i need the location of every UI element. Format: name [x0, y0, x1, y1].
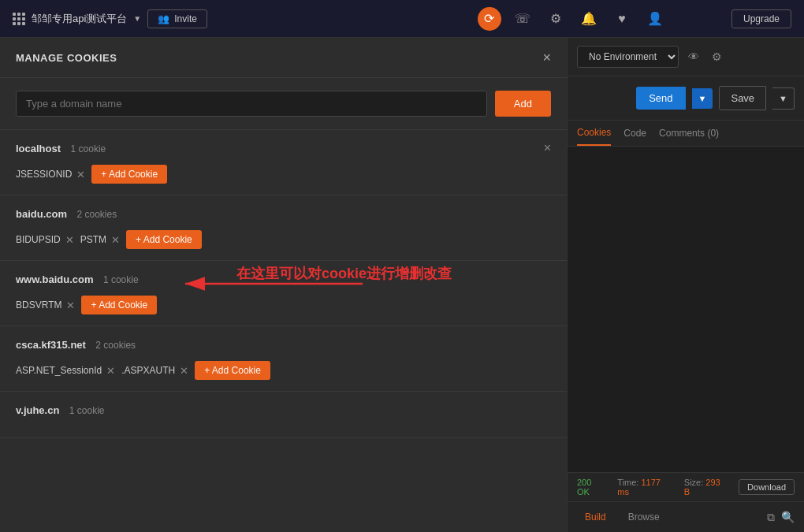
cookie-items-baidu: BIDUPSID ✕ PSTM ✕ + Add Cookie — [16, 230, 551, 249]
cookie-name-aspxauth: .ASPXAUTH — [121, 365, 175, 376]
domain-header-vjuhe: v.juhe.cn 1 cookie — [16, 403, 551, 417]
add-domain-button[interactable]: Add — [495, 91, 551, 117]
tab-cookies[interactable]: Cookies — [577, 127, 611, 146]
invite-icon: 👥 — [158, 13, 169, 24]
header-left: 邹邹专用api测试平台 ▼ 👥 Invite — [13, 9, 207, 28]
modal-close-button[interactable]: × — [542, 50, 551, 65]
user-icon-button[interactable]: 👤 — [643, 7, 667, 31]
send-dropdown-button[interactable]: ▼ — [692, 88, 713, 109]
cookie-delete-jsessionid[interactable]: ✕ — [76, 169, 85, 180]
bottom-icons: ⧉ 🔍 — [767, 511, 795, 524]
phone-icon-button[interactable]: ☏ — [511, 7, 534, 31]
add-cookie-www-baidu[interactable]: + Add Cookie — [81, 296, 157, 314]
domain-header-csca: csca.kf315.net 2 cookies — [16, 337, 551, 352]
cookie-tag-pstm: PSTM ✕ — [80, 234, 120, 246]
invite-button[interactable]: 👥 Invite — [147, 9, 207, 28]
add-cookie-baidu[interactable]: + Add Cookie — [126, 230, 202, 249]
domain-header-www-baidu: www.baidu.com 1 cookie — [16, 272, 551, 286]
domain-section-localhost: localhost 1 cookie × JSESSIONID ✕ + Add … — [0, 130, 567, 195]
environment-bar: No Environment 👁 ⚙ — [568, 38, 804, 76]
eye-icon-button[interactable]: 👁 — [685, 47, 702, 66]
add-cookie-localhost[interactable]: + Add Cookie — [91, 165, 167, 184]
domain-name-input[interactable] — [16, 91, 487, 117]
cookie-delete-aspxauth[interactable]: ✕ — [180, 365, 188, 377]
domain-close-localhost[interactable]: × — [544, 141, 551, 155]
domain-name-baidu: baidu.com — [16, 208, 67, 220]
status-time: Time: 1177 ms — [617, 478, 672, 497]
cookie-delete-aspnet[interactable]: ✕ — [106, 365, 115, 377]
cookie-items-www-baidu: BDSVRTM ✕ + Add Cookie — [16, 296, 551, 314]
cookie-count-baidu: 2 cookies — [76, 209, 117, 220]
heart-icon-button[interactable]: ♥ — [610, 7, 634, 31]
domain-name-www-baidu: www.baidu.com — [16, 273, 93, 285]
sync-button[interactable]: ⟳ — [478, 7, 501, 31]
status-code: 200 OK — [577, 478, 605, 497]
save-button[interactable]: Save — [719, 86, 766, 110]
domain-section-vjuhe: v.juhe.cn 1 cookie — [0, 392, 567, 438]
tab-code[interactable]: Code — [623, 128, 646, 145]
domain-section-csca: csca.kf315.net 2 cookies ASP.NET_Session… — [0, 326, 567, 392]
workspace-name: 邹邹专用api测试平台 — [32, 12, 127, 26]
bell-icon-button[interactable]: 🔔 — [577, 7, 601, 31]
domain-name-csca: csca.kf315.net — [16, 339, 86, 351]
grid-icon — [13, 13, 25, 25]
manage-cookies-modal: MANAGE COOKIES × Add localhost 1 cookie — [0, 38, 567, 532]
cookie-count-vjuhe: 1 cookie — [69, 405, 105, 416]
bottom-action-bar: Build Browse ⧉ 🔍 — [568, 501, 804, 532]
header-right: ⟳ ☏ ⚙ 🔔 ♥ 👤 Send Upgrade — [478, 7, 791, 31]
domain-info-localhost: localhost 1 cookie — [16, 141, 106, 155]
domain-header-localhost: localhost 1 cookie × — [16, 141, 551, 155]
cookie-list: localhost 1 cookie × JSESSIONID ✕ + Add … — [0, 130, 567, 532]
tab-browse[interactable]: Browse — [620, 508, 668, 526]
domain-header-baidu: baidu.com 2 cookies — [16, 206, 551, 221]
cookie-tag-jsessionid: JSESSIONID ✕ — [16, 169, 85, 180]
domain-info-csca: csca.kf315.net 2 cookies — [16, 337, 136, 352]
tab-build[interactable]: Build — [577, 508, 614, 526]
domain-section-www-baidu: www.baidu.com 1 cookie BDSVRTM ✕ + Add C… — [0, 261, 567, 326]
tab-comments[interactable]: Comments (0) — [659, 128, 719, 145]
cookie-delete-bdsvrtm[interactable]: ✕ — [66, 299, 75, 311]
cookie-items-localhost: JSESSIONID ✕ + Add Cookie — [16, 165, 551, 184]
cookie-count-csca: 2 cookies — [95, 340, 136, 351]
workspace-chevron[interactable]: ▼ — [133, 14, 141, 23]
cookie-delete-bidupsid[interactable]: ✕ — [65, 234, 74, 246]
modal-panel: MANAGE COOKIES × Add localhost 1 cookie — [0, 38, 568, 532]
main-layout: MANAGE COOKIES × Add localhost 1 cookie — [0, 38, 804, 532]
cookie-items-csca: ASP.NET_SessionId ✕ .ASPXAUTH ✕ + Add Co… — [16, 361, 551, 380]
upgrade-button[interactable]: Upgrade — [731, 9, 791, 28]
save-dropdown-button[interactable]: ▼ — [772, 87, 795, 110]
search-icon-button[interactable]: 🔍 — [781, 511, 795, 524]
download-button[interactable]: Download — [739, 479, 795, 495]
response-area — [568, 147, 804, 472]
domain-info-baidu: baidu.com 2 cookies — [16, 206, 117, 221]
response-tab-bar: Cookies Code Comments (0) — [568, 121, 804, 147]
cookie-name-aspnet: ASP.NET_SessionId — [16, 365, 102, 376]
cookie-tag-bidupsid: BIDUPSID ✕ — [16, 234, 74, 246]
settings-icon-button[interactable]: ⚙ — [544, 7, 568, 31]
cookie-name-jsessionid: JSESSIONID — [16, 169, 72, 180]
cookie-name-bidupsid: BIDUPSID — [16, 234, 61, 245]
cookie-tag-aspxauth: .ASPXAUTH ✕ — [121, 365, 188, 377]
modal-title: MANAGE COOKIES — [16, 52, 117, 64]
send-save-bar: Send ▼ Save ▼ — [568, 76, 804, 121]
send-button[interactable]: Send — [636, 87, 685, 110]
cookie-name-bdsvrtm: BDSVRTM — [16, 299, 61, 311]
cookie-tag-aspnet: ASP.NET_SessionId ✕ — [16, 365, 115, 377]
add-cookie-csca[interactable]: + Add Cookie — [195, 361, 270, 380]
settings-env-button[interactable]: ⚙ — [709, 47, 725, 66]
top-header: 邹邹专用api测试平台 ▼ 👥 Invite ⟳ ☏ ⚙ 🔔 ♥ 👤 Send … — [0, 0, 804, 38]
environment-select[interactable]: No Environment — [577, 46, 679, 68]
right-panel: No Environment 👁 ⚙ Send ▼ Save ▼ Cookies… — [568, 38, 804, 532]
cookie-count-www-baidu: 1 cookie — [103, 274, 139, 285]
copy-icon-button[interactable]: ⧉ — [767, 511, 775, 524]
modal-header: MANAGE COOKIES × — [0, 38, 567, 78]
status-size: Size: 293 B — [684, 478, 726, 497]
domain-name-vjuhe: v.juhe.cn — [16, 404, 59, 416]
cookie-name-pstm: PSTM — [80, 234, 106, 245]
domain-input-row: Add — [0, 78, 567, 130]
cookie-tag-bdsvrtm: BDSVRTM ✕ — [16, 299, 75, 311]
domain-section-baidu: baidu.com 2 cookies BIDUPSID ✕ PSTM ✕ — [0, 195, 567, 261]
domain-info-vjuhe: v.juhe.cn 1 cookie — [16, 403, 105, 417]
domain-info-www-baidu: www.baidu.com 1 cookie — [16, 272, 139, 286]
cookie-delete-pstm[interactable]: ✕ — [111, 234, 120, 246]
